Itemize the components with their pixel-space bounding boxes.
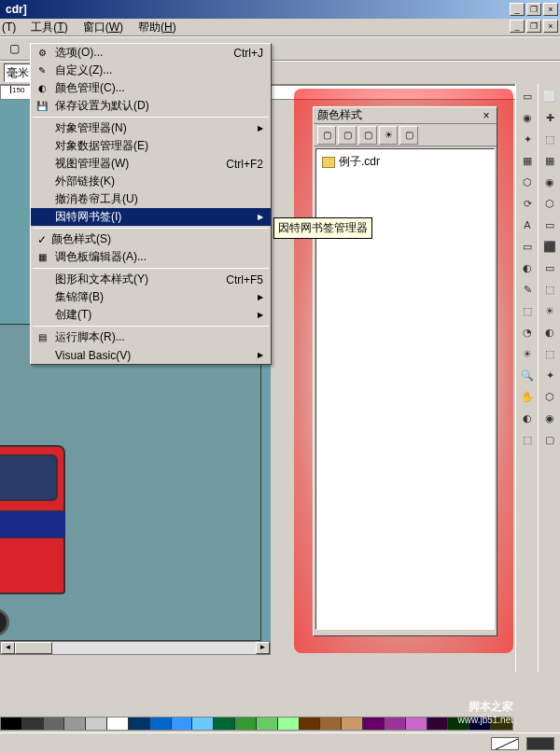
color-swatch[interactable] — [107, 718, 129, 730]
tool-button[interactable]: ☀ — [517, 343, 538, 364]
tool-button[interactable]: ⬚ — [539, 279, 560, 300]
toolbar-button[interactable]: ▢ — [4, 38, 24, 59]
color-swatch[interactable] — [235, 718, 257, 730]
tool-button[interactable]: ▭ — [517, 86, 538, 106]
tool-button[interactable]: ⬡ — [539, 386, 560, 407]
tool-button[interactable]: ✚ — [539, 107, 560, 128]
mdi-close-button[interactable]: × — [543, 20, 558, 33]
menu-help[interactable]: 帮助(H) — [131, 18, 184, 37]
panel-button-3[interactable]: ▢ — [358, 126, 377, 145]
tool-button[interactable]: ▢ — [539, 429, 560, 450]
tool-button[interactable]: ⬜ — [539, 86, 560, 106]
color-swatch[interactable] — [406, 718, 427, 730]
panel-titlebar[interactable]: 颜色样式 × — [314, 107, 497, 124]
menu-undo-rollup[interactable]: 撤消卷帘工具(U) — [31, 190, 271, 208]
tool-button[interactable]: ⬚ — [517, 429, 538, 450]
menu-color-management[interactable]: ◐颜色管理(C)... — [31, 79, 271, 97]
tool-button[interactable]: ▭ — [517, 236, 538, 257]
tool-button[interactable]: ⬛ — [539, 236, 560, 257]
menu-palette-editor[interactable]: ▦调色板编辑器(A)... — [31, 248, 271, 266]
tool-button[interactable]: ▦ — [517, 150, 538, 171]
panel-title: 颜色样式 — [317, 107, 480, 123]
panel-button-4[interactable]: ☀ — [379, 126, 398, 145]
menu-create[interactable]: 创建(T)▶ — [31, 306, 271, 324]
tool-button[interactable]: ▭ — [539, 258, 560, 278]
tool-button[interactable]: ⬡ — [539, 193, 560, 214]
watermark-url: www.jb51.net — [458, 715, 513, 725]
tool-button[interactable]: ✦ — [517, 129, 538, 149]
panel-button-5[interactable]: ▢ — [399, 126, 418, 145]
tool-button[interactable]: ⬡ — [517, 172, 538, 192]
panel-button-1[interactable]: ▢ — [317, 126, 336, 145]
menu-options[interactable]: ⚙选项(O)...Ctrl+J — [31, 44, 271, 62]
menu-internet-bookmarks[interactable]: 因特网书签(I)▶ — [31, 208, 271, 226]
tool-button[interactable]: ✋ — [517, 386, 538, 407]
tool-button[interactable]: ✎ — [517, 279, 538, 300]
color-swatch[interactable] — [427, 718, 449, 730]
menu-object-manager[interactable]: 对象管理器(N)▶ — [31, 119, 271, 137]
color-swatch[interactable] — [172, 718, 193, 730]
tool-button[interactable]: ◉ — [539, 408, 560, 428]
color-swatch[interactable] — [192, 718, 214, 730]
tool-button[interactable]: ✦ — [539, 365, 560, 385]
close-button[interactable]: × — [543, 3, 558, 16]
mdi-restore-button[interactable]: ❐ — [526, 20, 541, 33]
scroll-right-button[interactable]: ► — [256, 642, 270, 654]
color-swatch[interactable] — [320, 718, 342, 730]
menu-tools[interactable]: 工具(T) — [23, 18, 75, 37]
tree-item-file[interactable]: 例子.cdr — [320, 153, 490, 171]
color-swatch[interactable] — [86, 718, 107, 730]
outline-swatch[interactable] — [526, 737, 554, 750]
scroll-thumb[interactable] — [15, 642, 52, 654]
color-swatch[interactable] — [129, 718, 150, 730]
fill-swatch[interactable] — [491, 737, 519, 750]
menu-save-defaults[interactable]: 💾保存设置为默认(D) — [31, 97, 271, 115]
menu-run-script[interactable]: ▤运行脚本(R)... — [31, 328, 271, 346]
menu-visual-basic[interactable]: Visual Basic(V)▶ — [31, 346, 271, 364]
tool-button[interactable]: ◐ — [517, 258, 538, 278]
menu-window[interactable]: 窗口(W) — [76, 18, 131, 37]
menu-external-links[interactable]: 外部链接(K) — [31, 173, 271, 190]
horizontal-scrollbar[interactable]: ◄ ► — [0, 641, 271, 655]
menu-customize[interactable]: ✎自定义(Z)... — [31, 62, 271, 79]
color-swatch[interactable] — [44, 718, 65, 730]
tool-button[interactable]: ⬚ — [539, 343, 560, 364]
restore-button[interactable]: ❐ — [526, 3, 541, 16]
color-swatch[interactable] — [150, 718, 172, 730]
mdi-minimize-button[interactable]: _ — [510, 20, 525, 33]
color-swatch[interactable] — [300, 718, 321, 730]
tool-button[interactable]: ◉ — [539, 172, 560, 192]
tool-button[interactable]: ▭ — [539, 215, 560, 235]
color-swatch[interactable] — [214, 718, 235, 730]
menu-color-styles[interactable]: ✓颜色样式(S) — [31, 230, 271, 248]
color-swatch[interactable] — [257, 718, 278, 730]
tool-button[interactable]: ◐ — [517, 408, 538, 428]
color-swatch[interactable] — [342, 718, 363, 730]
menu-scrapbook[interactable]: 集锦簿(B)▶ — [31, 288, 271, 306]
color-swatch[interactable] — [22, 718, 44, 730]
tool-button[interactable]: ☀ — [539, 300, 560, 321]
color-swatch[interactable] — [278, 718, 300, 730]
menu-graphic-text-styles[interactable]: 图形和文本样式(Y)Ctrl+F5 — [31, 271, 271, 288]
tool-button[interactable]: A — [517, 215, 538, 235]
menu-separator — [33, 228, 269, 229]
tool-button[interactable]: ◔ — [517, 322, 538, 342]
tool-button[interactable]: ⬚ — [517, 300, 538, 321]
scroll-left-button[interactable]: ◄ — [1, 642, 15, 654]
minimize-button[interactable]: _ — [510, 3, 525, 16]
panel-button-2[interactable]: ▢ — [338, 126, 357, 145]
tool-button[interactable]: ◐ — [539, 322, 560, 342]
color-swatch[interactable] — [385, 718, 406, 730]
tool-button[interactable]: ⬚ — [539, 129, 560, 149]
menu-separator — [33, 326, 269, 327]
menu-view-manager[interactable]: 视图管理器(W)Ctrl+F2 — [31, 155, 271, 173]
menu-object-data-manager[interactable]: 对象数据管理器(E) — [31, 137, 271, 155]
tool-button[interactable]: ▦ — [539, 150, 560, 171]
tool-button[interactable]: ◉ — [517, 107, 538, 128]
color-swatch[interactable] — [64, 718, 86, 730]
color-swatch[interactable] — [1, 718, 22, 730]
tool-button[interactable]: ⟳ — [517, 193, 538, 214]
tool-button[interactable]: 🔍 — [517, 365, 538, 385]
panel-close-button[interactable]: × — [480, 109, 493, 122]
color-swatch[interactable] — [363, 718, 385, 730]
